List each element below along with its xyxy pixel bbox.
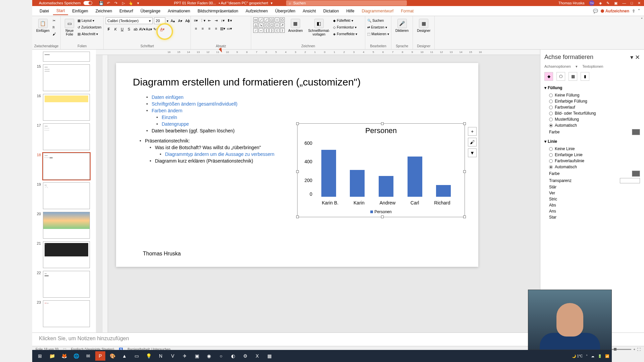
chart-x-labels[interactable]: Karin B.KarinAndrewCarlRichard xyxy=(314,200,458,205)
decrease-font-icon[interactable]: A▾ xyxy=(177,18,183,24)
outlook-icon[interactable]: ✉ xyxy=(83,351,93,361)
settings-icon[interactable]: ⚙ xyxy=(240,351,250,361)
bullets-button[interactable]: ≡▾ xyxy=(193,17,199,23)
qat-dropdown-icon[interactable]: ▾ xyxy=(136,1,141,5)
chart-bar[interactable] xyxy=(379,176,393,197)
tab-dictation[interactable]: Dictation xyxy=(320,7,342,15)
wifi-icon[interactable]: 📶 xyxy=(605,354,609,358)
find-button[interactable]: 🔍 Suchen xyxy=(367,17,389,23)
tab-format[interactable]: Format xyxy=(397,7,417,15)
fill-section-header[interactable]: ▾ Füllung xyxy=(544,85,640,90)
underline-button[interactable]: U xyxy=(119,26,125,32)
clear-format-icon[interactable]: Aϕ xyxy=(184,18,191,24)
slide-thumbnails[interactable]: ▬▬▬ 15━━━▭▭▭▭▭▭ 16 17━━━• ───• ─── 18━━━… xyxy=(32,50,96,333)
start-menu-icon[interactable]: ⊞ xyxy=(35,351,45,361)
align-left-button[interactable]: ≡ xyxy=(193,25,199,32)
thumb-18[interactable]: ━━━• ─── ▮▮▮ xyxy=(43,153,90,180)
user-avatar[interactable]: TH xyxy=(589,0,594,6)
line-option[interactable]: Keine Linie xyxy=(544,146,640,152)
indent-dec-button[interactable]: ⇤ xyxy=(206,17,212,23)
app5-icon[interactable]: ○ xyxy=(216,351,226,361)
pane-tab-axis[interactable]: Achsenoptionen xyxy=(544,64,571,69)
fill-option[interactable]: Automatisch xyxy=(544,122,640,128)
maximize-icon[interactable]: □ xyxy=(631,1,633,5)
start-icon[interactable]: ▷ xyxy=(121,1,126,5)
tab-animationen[interactable]: Animationen xyxy=(164,7,194,15)
thumb-17[interactable]: ━━━• ───• ─── xyxy=(43,123,90,150)
chevron-down-icon[interactable]: ▾ xyxy=(271,1,273,5)
replace-button[interactable]: ⇄ Ersetzen ▾ xyxy=(367,24,389,30)
reset-button[interactable]: ↺ Zurücksetzen xyxy=(77,24,101,30)
numbering-button[interactable]: ⋮▾ xyxy=(200,17,206,23)
pane-close-icon[interactable]: ✕ xyxy=(635,54,640,61)
transparency-input[interactable] xyxy=(620,178,640,183)
chart-plus-button[interactable]: + xyxy=(468,127,477,136)
powerpoint-icon[interactable]: P xyxy=(95,351,105,361)
chart-bar[interactable] xyxy=(408,157,422,197)
weather-icon[interactable]: 🌙 1°C xyxy=(572,354,583,358)
bullet-3[interactable]: Farben ändern xyxy=(146,108,462,113)
slide-author[interactable]: Thomas Hruska xyxy=(143,251,181,257)
vlc-icon[interactable]: ▲ xyxy=(119,351,129,361)
property-row[interactable]: Star xyxy=(544,214,640,220)
arrange-button[interactable]: ▦Anordnen xyxy=(286,17,305,34)
tab-entwurf[interactable]: Entwurf xyxy=(116,7,137,15)
chart-filter-button[interactable]: ▼ xyxy=(468,148,477,157)
line-section-header[interactable]: ▾ Linie xyxy=(544,139,640,144)
bullet-2[interactable]: Schriftgrößen ändern (gesamt/individuell… xyxy=(146,101,462,107)
chart-bar[interactable] xyxy=(436,185,451,197)
app7-icon[interactable]: ▦ xyxy=(264,351,274,361)
dictate-button[interactable]: 🎤Diktieren xyxy=(393,17,411,34)
select-button[interactable]: ⬚ Markieren ▾ xyxy=(367,31,389,37)
save-status[interactable]: • Auf "diesem PC" gespeichert xyxy=(219,1,268,5)
tab-hilfe[interactable]: Hilfe xyxy=(343,7,358,15)
thumb-14[interactable]: ▬▬▬ xyxy=(43,52,90,62)
comments-icon[interactable]: 💬 xyxy=(593,9,598,13)
app2-icon[interactable]: ▭ xyxy=(131,351,142,361)
new-slide-button[interactable]: ▭Neue Folie xyxy=(63,17,76,38)
tab-uebergaenge[interactable]: Übergänge xyxy=(137,7,164,15)
chart-object[interactable]: Personen 600 400 200 0 Karin B.KarinAndr… xyxy=(297,123,465,217)
app4-icon[interactable]: ▣ xyxy=(192,351,202,361)
property-row[interactable]: Stric xyxy=(544,196,640,202)
bullet-1[interactable]: Daten einfügen xyxy=(146,95,462,100)
tab-einfuegen[interactable]: Einfügen xyxy=(69,7,91,15)
redo-icon[interactable]: ↷ xyxy=(114,1,118,5)
visio-icon[interactable]: V xyxy=(168,351,178,361)
chart-bar[interactable] xyxy=(350,170,365,197)
font-name-select[interactable]: Calibri (Textkörper)▾ xyxy=(106,17,153,24)
onedrive-icon[interactable]: ☁ xyxy=(591,354,594,358)
shapes-gallery[interactable]: ▭／／▢○⬠ △↘⬡▢☆↗ ⟋⌢{}⟨⟩ xyxy=(253,17,285,33)
align-right-button[interactable]: ≡ xyxy=(206,25,212,32)
line-option[interactable]: Farbverlaufslinie xyxy=(544,158,640,164)
minimize-icon[interactable]: — xyxy=(622,1,626,5)
tab-zeichnen[interactable]: Zeichnen xyxy=(92,7,115,15)
font-color-button[interactable]: A▾ xyxy=(159,26,165,32)
touch-icon[interactable]: 👆 xyxy=(128,1,133,5)
obs-icon[interactable]: ◉ xyxy=(204,351,214,361)
collapse-ribbon-arrow-icon[interactable]: ˅ xyxy=(641,17,643,21)
shape-effects-button[interactable]: ◈ Formeffekte ▾ xyxy=(333,31,357,37)
window-icon[interactable]: ▣ xyxy=(614,1,618,5)
strike-button[interactable]: S xyxy=(126,26,132,32)
thumb-23[interactable]: ━━ ▭ xyxy=(43,300,90,327)
record-button[interactable]: Aufzeichnen xyxy=(601,9,629,13)
property-row[interactable]: Ver xyxy=(544,190,640,196)
increase-font-icon[interactable]: A▴ xyxy=(170,18,176,24)
explorer-icon[interactable]: 📁 xyxy=(47,351,57,361)
firefox-icon[interactable]: 🦊 xyxy=(59,351,69,361)
app-icon[interactable]: 🎨 xyxy=(107,351,117,361)
fill-color-picker[interactable] xyxy=(632,129,640,135)
excel-icon[interactable]: X xyxy=(252,351,262,361)
italic-button[interactable]: K xyxy=(112,26,118,32)
file-name[interactable]: PPT 01 Roter Faden 00... xyxy=(174,1,216,5)
slide-content[interactable]: Diagramm erstellen und formatieren („cus… xyxy=(116,63,478,267)
thumb-16[interactable] xyxy=(43,94,90,121)
format-painter-button[interactable]: 🖌 xyxy=(53,31,56,37)
fill-option[interactable]: Keine Füllung xyxy=(544,92,640,98)
pane-collapse-icon[interactable]: ▾ xyxy=(630,54,633,61)
chart-bars[interactable] xyxy=(314,146,458,197)
chart-legend[interactable]: Personen xyxy=(298,209,465,214)
chart-y-axis[interactable]: 600 400 200 0 xyxy=(301,140,314,197)
chrome-icon[interactable]: 🌐 xyxy=(71,351,81,361)
